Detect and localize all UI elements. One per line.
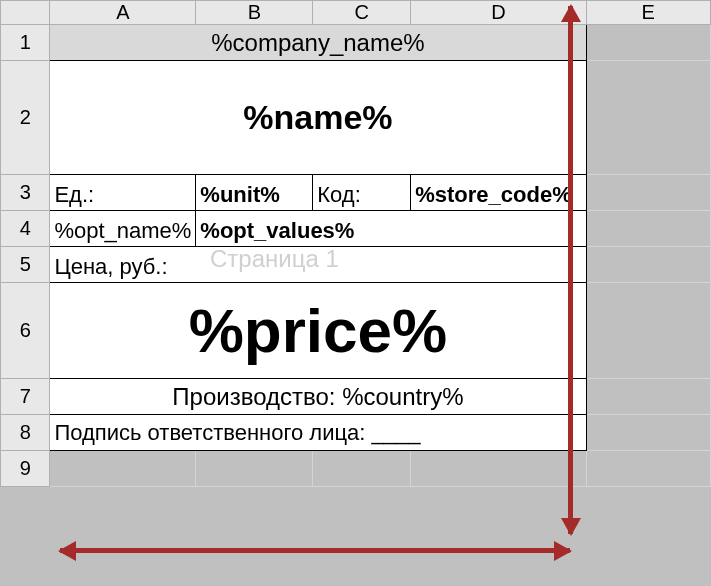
cell-e4[interactable]: [586, 211, 711, 247]
row-header-7[interactable]: 7: [1, 379, 50, 415]
row-header-4[interactable]: 4: [1, 211, 50, 247]
cell-e3[interactable]: [586, 175, 711, 211]
width-dimension-arrow: [60, 548, 570, 553]
cell-b9[interactable]: [196, 451, 313, 487]
col-header-e[interactable]: E: [586, 1, 711, 25]
col-header-c[interactable]: C: [313, 1, 411, 25]
col-header-d[interactable]: D: [411, 1, 586, 25]
cell-code-label[interactable]: Код:: [313, 175, 411, 211]
cell-e7[interactable]: [586, 379, 711, 415]
row-header-6[interactable]: 6: [1, 283, 50, 379]
cell-sign[interactable]: Подпись ответственного лица: ____: [50, 415, 586, 451]
cell-price[interactable]: %price%: [50, 283, 586, 379]
cell-e8[interactable]: [586, 415, 711, 451]
row-header-9[interactable]: 9: [1, 451, 50, 487]
height-dimension-arrow: [568, 6, 573, 534]
cell-d9[interactable]: [411, 451, 586, 487]
select-all-corner[interactable]: [1, 1, 50, 25]
cell-store-code[interactable]: %store_code%: [411, 175, 586, 211]
row-header-8[interactable]: 8: [1, 415, 50, 451]
cell-opt-values[interactable]: %opt_values%: [196, 211, 586, 247]
cell-unit-label[interactable]: Ед.:: [50, 175, 196, 211]
cell-e9[interactable]: [586, 451, 711, 487]
col-header-a[interactable]: A: [50, 1, 196, 25]
cell-e6[interactable]: [586, 283, 711, 379]
col-header-b[interactable]: B: [196, 1, 313, 25]
cell-e2[interactable]: [586, 61, 711, 175]
cell-c9[interactable]: [313, 451, 411, 487]
spreadsheet-grid[interactable]: A B C D E 1 %company_name% 2 %name% 3 Ед…: [0, 0, 711, 487]
cell-unit-value[interactable]: %unit%: [196, 175, 313, 211]
cell-a9[interactable]: [50, 451, 196, 487]
row-header-1[interactable]: 1: [1, 25, 50, 61]
row-header-2[interactable]: 2: [1, 61, 50, 175]
cell-country[interactable]: Производство: %country%: [50, 379, 586, 415]
cell-opt-name[interactable]: %opt_name%: [50, 211, 196, 247]
cell-price-label[interactable]: Цена, руб.:: [50, 247, 586, 283]
cell-e5[interactable]: [586, 247, 711, 283]
cell-e1[interactable]: [586, 25, 711, 61]
cell-name[interactable]: %name%: [50, 61, 586, 175]
row-header-3[interactable]: 3: [1, 175, 50, 211]
row-header-5[interactable]: 5: [1, 247, 50, 283]
cell-company-name[interactable]: %company_name%: [50, 25, 586, 61]
